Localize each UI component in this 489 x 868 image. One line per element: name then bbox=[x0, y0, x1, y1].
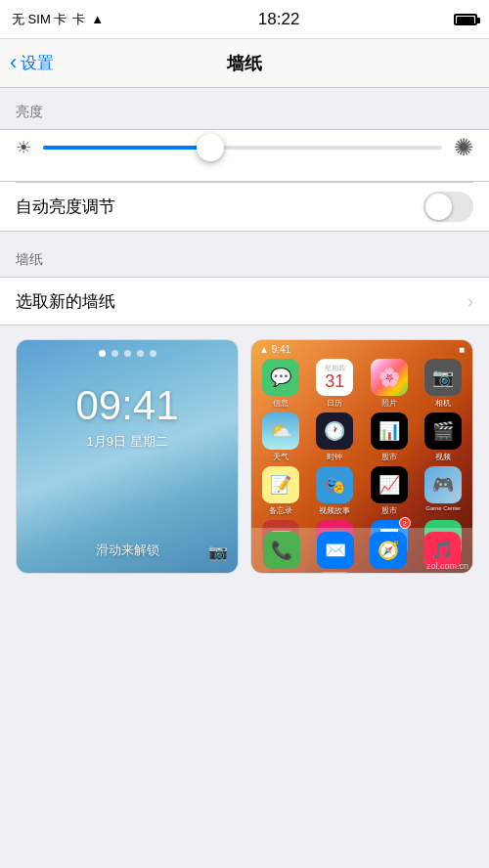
sim-icon: 卡 bbox=[72, 11, 85, 28]
status-bar: 无 SIM 卡 卡 ▲ 18:22 bbox=[0, 0, 489, 39]
dock-phone: 📞 bbox=[263, 532, 300, 569]
sun-small-icon: ☀ bbox=[16, 137, 31, 158]
lock-dot bbox=[137, 350, 144, 357]
app-label: 股市 bbox=[381, 505, 397, 516]
app-icon-img: 📈 bbox=[371, 466, 408, 503]
lock-dots bbox=[99, 340, 156, 363]
app-photos: 🌸 照片 bbox=[364, 359, 415, 409]
app-label: 信息 bbox=[273, 398, 289, 409]
brightness-slider-row[interactable]: ☀ ✺ bbox=[16, 130, 473, 165]
status-right bbox=[454, 14, 477, 25]
home-battery-icon: ■ bbox=[459, 344, 465, 355]
auto-brightness-label: 自动亮度调节 bbox=[16, 195, 115, 218]
app-messages: 💬 信息 bbox=[255, 359, 306, 409]
app-icon-img: 📝 bbox=[262, 466, 299, 503]
brightness-section-header: 亮度 bbox=[0, 88, 489, 129]
chevron-right-icon: › bbox=[467, 291, 473, 312]
app-icon-img: ⛅ bbox=[262, 412, 299, 450]
app-video: 🎬 视频 bbox=[419, 412, 469, 462]
app-label: 视频故事 bbox=[319, 505, 350, 516]
app-icon-img: 🎭 bbox=[316, 466, 353, 503]
app-calendar: 星期四 31 日历 bbox=[310, 359, 361, 409]
home-screen-preview[interactable]: ▲ 9:41 ■ 💬 信息 星期四 31 日历 🌸 照 bbox=[250, 339, 473, 574]
lock-camera-icon: 📷 bbox=[208, 542, 228, 561]
home-status-bar: ▲ 9:41 ■ bbox=[251, 340, 472, 357]
home-grid-row2: ⛅ 天气 🕐 时钟 📊 股市 🎬 视频 bbox=[251, 411, 472, 464]
app-label: 相机 bbox=[435, 398, 451, 409]
status-time: 18:22 bbox=[258, 10, 300, 29]
app-icon-img: 📊 bbox=[371, 412, 408, 450]
brightness-section: ☀ ✺ bbox=[0, 129, 489, 182]
app-icon-img: 🕐 bbox=[316, 412, 353, 450]
app-camera: 📷 相机 bbox=[419, 359, 469, 409]
app-label: 日历 bbox=[327, 398, 342, 409]
sun-large-icon: ✺ bbox=[454, 134, 473, 161]
wallpaper-section-header: 墙纸 bbox=[0, 232, 489, 277]
app-icon-img: 🎬 bbox=[424, 412, 462, 450]
app-icon-img: 🌸 bbox=[371, 359, 408, 396]
watermark: zol.com.cn bbox=[426, 561, 468, 571]
app-icon-img: 🎮 bbox=[424, 466, 462, 503]
app-story: 🎭 视频故事 bbox=[310, 466, 361, 516]
choose-wallpaper-label: 选取新的墙纸 bbox=[16, 290, 115, 313]
app-icon-img: 📷 bbox=[424, 359, 462, 396]
app-notes: 📝 备忘录 bbox=[255, 466, 306, 516]
app-label: Game Center bbox=[425, 505, 461, 511]
lock-dot bbox=[111, 350, 118, 357]
app-icon-img: 💬 bbox=[262, 359, 299, 396]
home-screen-bg: ▲ 9:41 ■ 💬 信息 星期四 31 日历 🌸 照 bbox=[251, 340, 472, 573]
home-grid-row1: 💬 信息 星期四 31 日历 🌸 照片 📷 相机 bbox=[251, 357, 472, 411]
dock-icon: ✉️ bbox=[317, 532, 354, 569]
auto-brightness-section: 自动亮度调节 bbox=[0, 182, 489, 232]
status-left: 无 SIM 卡 卡 ▲ bbox=[12, 11, 104, 28]
carrier-text: 无 SIM 卡 bbox=[12, 11, 67, 28]
lock-time: 09:41 bbox=[75, 382, 178, 429]
wallpaper-previews: 09:41 1月9日 星期二 滑动来解锁 📷 ▲ 9:41 ■ 💬 信息 星期四 bbox=[0, 339, 489, 574]
app-icon-img: 星期四 31 bbox=[316, 359, 353, 396]
auto-brightness-toggle[interactable] bbox=[423, 192, 473, 222]
lock-screen-bg: 09:41 1月9日 星期二 滑动来解锁 📷 bbox=[17, 340, 238, 573]
back-button[interactable]: ‹ 设置 bbox=[10, 52, 54, 74]
lock-dot bbox=[99, 350, 106, 357]
lock-screen-preview[interactable]: 09:41 1月9日 星期二 滑动来解锁 📷 bbox=[16, 339, 239, 574]
page-title: 墙纸 bbox=[227, 52, 262, 75]
slider-fill bbox=[43, 146, 210, 150]
lock-dot bbox=[124, 350, 131, 357]
slider-thumb[interactable] bbox=[197, 134, 224, 161]
dock-icon: 🧭 bbox=[370, 532, 407, 569]
slider-track bbox=[43, 146, 442, 150]
brightness-slider[interactable] bbox=[43, 130, 442, 165]
home-wifi-icon: ▲ 9:41 bbox=[259, 344, 290, 355]
app-clock: 🕐 时钟 bbox=[310, 412, 361, 462]
app-label: 视频 bbox=[435, 452, 451, 462]
wifi-icon: ▲ bbox=[91, 12, 104, 26]
nav-bar: ‹ 设置 墙纸 bbox=[0, 39, 489, 88]
app-weather: ⛅ 天气 bbox=[255, 412, 306, 462]
app-label: 股市 bbox=[381, 452, 397, 462]
app-label: 备忘录 bbox=[269, 505, 292, 516]
battery-icon bbox=[454, 14, 477, 25]
toggle-knob bbox=[425, 194, 452, 220]
app-stocks2: 📈 股市 bbox=[364, 466, 415, 516]
lock-date: 1月9日 星期二 bbox=[86, 433, 167, 451]
app-stocks: 📊 股市 bbox=[364, 412, 415, 462]
home-grid-row3: 📝 备忘录 🎭 视频故事 📈 股市 🎮 Game Center bbox=[251, 464, 472, 518]
dock-icon: 📞 bbox=[263, 532, 300, 569]
lock-dot bbox=[150, 350, 156, 357]
choose-wallpaper-row[interactable]: 选取新的墙纸 › bbox=[0, 277, 489, 326]
app-label: 照片 bbox=[381, 398, 397, 409]
back-label: 设置 bbox=[21, 52, 54, 74]
lock-unlock-text: 滑动来解锁 bbox=[96, 542, 159, 559]
app-label: 时钟 bbox=[327, 452, 342, 462]
dock-mail: ✉️ bbox=[317, 532, 354, 569]
auto-brightness-row: 自动亮度调节 bbox=[16, 182, 473, 231]
app-label: 天气 bbox=[273, 452, 289, 462]
app-gamecenter: 🎮 Game Center bbox=[419, 466, 469, 516]
dock-safari: 🧭 bbox=[370, 532, 407, 569]
back-arrow-icon: ‹ bbox=[10, 52, 17, 73]
